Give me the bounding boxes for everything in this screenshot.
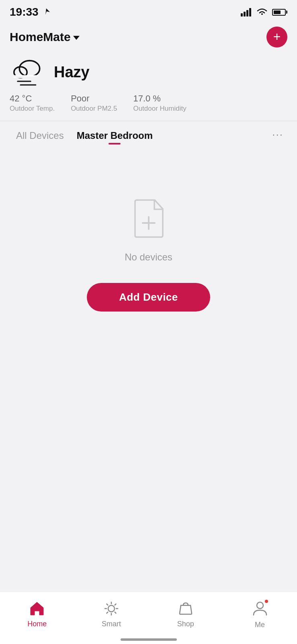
pm25-value: Poor [71,93,117,104]
nav-me-label: Me [255,621,265,629]
add-device-button[interactable]: Add Device [87,283,210,312]
add-device-label: Add Device [119,291,178,303]
svg-line-20 [107,612,108,613]
nav-me[interactable]: Me [244,599,276,629]
nav-smart-label: Smart [102,620,121,628]
home-icon [28,600,46,617]
pm25-label: Outdoor PM2.5 [71,105,117,113]
nav-home[interactable]: Home [21,600,53,628]
humidity-value: 17.0 % [133,93,186,104]
tab-all-devices-label: All Devices [16,130,64,141]
wifi-icon [256,8,268,17]
bottom-nav: Home Smart Shop Me [0,592,297,644]
app-header: HomeMate [0,22,297,54]
signal-icon [241,8,252,17]
status-time: 19:33 [10,6,51,19]
svg-line-17 [107,604,108,605]
app-name-label: HomeMate [10,30,71,44]
home-indicator [121,638,177,641]
temp-value: 42 °C [10,93,55,104]
weather-condition-label: Hazy [54,64,90,81]
svg-rect-2 [244,12,246,17]
battery-icon [272,9,287,16]
nav-shop[interactable]: Shop [170,600,202,628]
weather-main: Hazy [10,58,287,86]
svg-rect-4 [249,8,251,17]
more-icon: ··· [272,128,283,140]
app-title[interactable]: HomeMate [10,30,80,44]
add-button[interactable] [266,27,287,47]
svg-point-12 [108,605,115,612]
empty-file-icon [129,196,169,240]
temp-label: Outdoor Temp. [10,105,55,113]
shop-icon [177,600,195,617]
svg-marker-0 [45,8,50,15]
tabs-more-button[interactable]: ··· [268,124,287,145]
svg-rect-1 [241,13,243,17]
svg-point-5 [19,61,39,77]
tab-all-devices[interactable]: All Devices [10,121,70,148]
weather-details: 42 °C Outdoor Temp. Poor Outdoor PM2.5 1… [10,93,287,113]
notification-badge [264,599,269,604]
location-arrow-icon [42,8,51,17]
dropdown-chevron-icon [73,36,80,40]
cloud-icon [10,58,46,86]
nav-smart[interactable]: Smart [95,600,127,628]
svg-point-21 [257,602,263,609]
empty-message: No devices [125,252,172,263]
tab-master-bedroom-label: Master Bedroom [77,130,153,141]
smart-icon [102,600,120,617]
weather-temp: 42 °C Outdoor Temp. [10,93,55,113]
room-tabs: All Devices Master Bedroom ··· [0,121,297,148]
weather-pm25: Poor Outdoor PM2.5 [71,93,117,113]
nav-shop-label: Shop [177,620,194,628]
svg-line-19 [115,604,116,605]
status-icons [241,8,287,17]
empty-state: No devices Add Device [0,164,297,336]
weather-section: Hazy 42 °C Outdoor Temp. Poor Outdoor PM… [0,54,297,121]
tab-master-bedroom[interactable]: Master Bedroom [70,121,159,148]
weather-humidity: 17.0 % Outdoor Humidity [133,93,186,113]
svg-rect-3 [246,10,248,17]
nav-home-label: Home [27,620,47,628]
svg-line-18 [115,612,116,613]
humidity-label: Outdoor Humidity [133,105,186,113]
status-bar: 19:33 [0,0,297,22]
time-display: 19:33 [10,6,39,19]
